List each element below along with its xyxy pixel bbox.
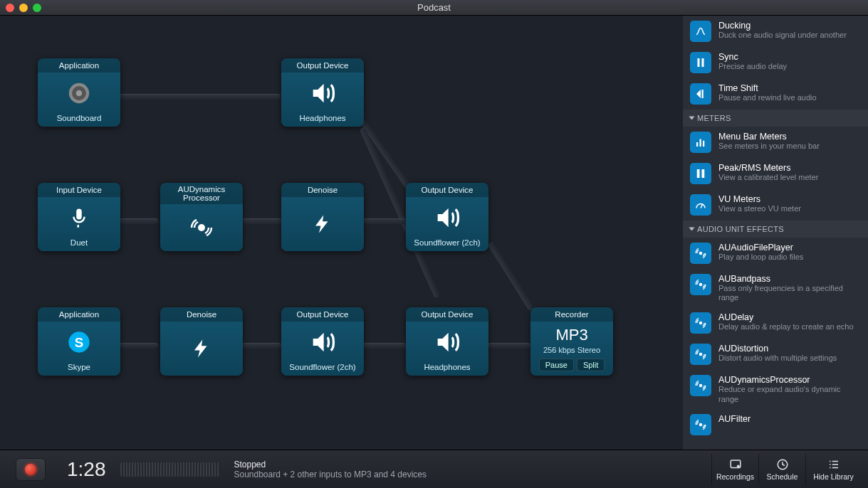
node-header: Output Device xyxy=(406,307,488,322)
bottom-bar: 1:28 Stopped Soundboard + 2 other inputs… xyxy=(0,450,868,488)
svg-rect-9 xyxy=(696,142,698,147)
svg-rect-7 xyxy=(702,58,704,67)
library-item-menu-bar-meters[interactable]: Menu Bar MetersSee meters in your menu b… xyxy=(683,127,868,158)
svg-text:S: S xyxy=(75,335,83,350)
item-title: AUDistortion xyxy=(718,344,837,354)
item-desc: See meters in your menu bar xyxy=(718,142,820,151)
item-title: Sync xyxy=(718,52,787,62)
pause-button[interactable]: Pause xyxy=(539,359,574,371)
item-desc: Duck one audio signal under another xyxy=(718,31,847,40)
svg-point-15 xyxy=(699,252,703,255)
record-icon xyxy=(25,464,36,475)
window-title: Podcast xyxy=(0,2,868,13)
node-output-soundflower-2[interactable]: Output Device Soundflower (2ch) xyxy=(281,307,364,376)
svg-rect-6 xyxy=(698,58,700,67)
svg-rect-13 xyxy=(702,169,705,178)
au-icon xyxy=(690,312,711,334)
edge xyxy=(488,343,530,349)
library-item-sync[interactable]: SyncPrecise audio delay xyxy=(683,47,868,78)
waveform-display xyxy=(120,462,220,477)
status-state: Stopped xyxy=(234,460,427,470)
split-button[interactable]: Split xyxy=(577,359,605,371)
edge xyxy=(363,343,406,349)
item-title: Menu Bar Meters xyxy=(718,132,820,142)
status-summary: Soundboard + 2 other inputs to MP3 and 4… xyxy=(234,470,427,479)
svg-point-3 xyxy=(198,224,205,231)
node-denoise-2[interactable]: Denoise xyxy=(160,307,243,376)
microphone-icon xyxy=(68,197,90,238)
timeshift-icon xyxy=(690,83,711,105)
node-application-skype[interactable]: Application S Skype xyxy=(38,307,120,376)
library-item-audistortion[interactable]: AUDistortionDistort audio with multiple … xyxy=(683,339,868,370)
node-header: Output Device xyxy=(406,183,488,197)
status-text: Stopped Soundboard + 2 other inputs to M… xyxy=(234,460,427,479)
au-icon xyxy=(690,243,711,264)
sync-icon xyxy=(690,52,711,73)
library-item-peak-rms-meters[interactable]: Peak/RMS MetersView a calibrated level m… xyxy=(683,158,868,189)
node-denoise-1[interactable]: Denoise xyxy=(281,183,364,251)
library-item-auaudiofileplayer[interactable]: AUAudioFilePlayerPlay and loop audio fil… xyxy=(683,238,868,269)
edge xyxy=(119,94,281,100)
library-item-time-shift[interactable]: Time ShiftPause and rewind live audio xyxy=(683,78,868,110)
record-button[interactable] xyxy=(16,458,46,481)
item-desc: Play and loop audio files xyxy=(718,253,803,262)
library-item-audynamicsprocessor[interactable]: AUDynamicsProcessorReduce or expand audi… xyxy=(683,370,868,408)
au-icon xyxy=(184,204,219,251)
bars-icon xyxy=(690,132,711,153)
item-desc: Delay audio & replay to create an echo xyxy=(718,322,854,331)
node-output-soundflower-1[interactable]: Output Device Soundflower (2ch) xyxy=(406,183,488,251)
svg-point-19 xyxy=(699,384,703,388)
svg-rect-10 xyxy=(700,139,701,147)
node-footer: Soundflower (2ch) xyxy=(289,363,355,371)
ducking-icon xyxy=(690,21,711,42)
node-footer: Headphones xyxy=(299,114,345,122)
node-output-headphones-2[interactable]: Output Device Headphones xyxy=(406,307,488,376)
svg-rect-12 xyxy=(697,169,700,178)
node-output-headphones-1[interactable]: Output Device Headphones xyxy=(281,58,364,127)
bolt-icon xyxy=(191,322,212,376)
item-title: AUDynamicsProcessor xyxy=(718,375,861,385)
elapsed-time: 1:28 xyxy=(67,458,106,481)
library-sidebar[interactable]: DuckingDuck one audio signal under anoth… xyxy=(683,16,868,450)
item-title: AUFilter xyxy=(718,414,751,424)
item-title: VU Meters xyxy=(718,194,801,204)
library-item-aufilter[interactable]: AUFilter xyxy=(683,409,868,440)
svg-point-2 xyxy=(76,90,83,97)
edge xyxy=(119,343,158,349)
node-input-duet[interactable]: Input Device Duet xyxy=(38,183,120,251)
clock-icon xyxy=(775,458,790,471)
item-desc: Pass only frequencies in a specified ran… xyxy=(718,284,861,302)
section-au-effects[interactable]: AUDIO UNIT EFFECTS xyxy=(683,221,868,238)
node-header: Application xyxy=(38,58,120,73)
svg-point-22 xyxy=(736,465,739,467)
edge xyxy=(242,343,281,349)
recordings-icon xyxy=(728,458,743,471)
node-application-soundboard[interactable]: Application Soundboard xyxy=(38,58,120,127)
node-header: Recorder xyxy=(530,307,613,322)
node-header: Input Device xyxy=(38,183,120,197)
hide-library-button[interactable]: Hide Library xyxy=(805,454,861,485)
item-title: AUBandpass xyxy=(718,274,861,284)
library-item-vu-meters[interactable]: VU MetersView a stereo VU meter xyxy=(683,189,868,221)
section-meters[interactable]: METERS xyxy=(683,110,868,127)
svg-rect-11 xyxy=(703,141,704,147)
library-item-audelay[interactable]: AUDelayDelay audio & replay to create an… xyxy=(683,307,868,339)
item-desc: Precise audio delay xyxy=(718,62,787,71)
node-header: Denoise xyxy=(160,307,243,322)
node-footer: Duet xyxy=(70,238,88,247)
au-icon xyxy=(690,375,711,396)
library-item-aubandpass[interactable]: AUBandpassPass only frequencies in a spe… xyxy=(683,269,868,307)
recordings-button[interactable]: Recordings xyxy=(711,454,758,485)
canvas[interactable]: Application Soundboard Output Device Hea… xyxy=(0,16,683,450)
item-title: Peak/RMS Meters xyxy=(718,163,818,173)
node-audynamics[interactable]: AUDynamics Processor xyxy=(160,183,243,251)
recorder-format: MP3 xyxy=(555,326,587,344)
schedule-button[interactable]: Schedule xyxy=(758,454,805,485)
peak-icon xyxy=(690,163,711,184)
item-desc: View a stereo VU meter xyxy=(718,204,801,213)
speaker-icon xyxy=(433,322,461,363)
node-recorder[interactable]: Recorder MP3 256 kbps Stereo Pause Split xyxy=(530,307,613,376)
item-desc: Pause and rewind live audio xyxy=(718,93,817,102)
item-desc: Reduce or expand audio's dynamic range xyxy=(718,385,861,403)
library-item-ducking[interactable]: DuckingDuck one audio signal under anoth… xyxy=(683,16,868,47)
